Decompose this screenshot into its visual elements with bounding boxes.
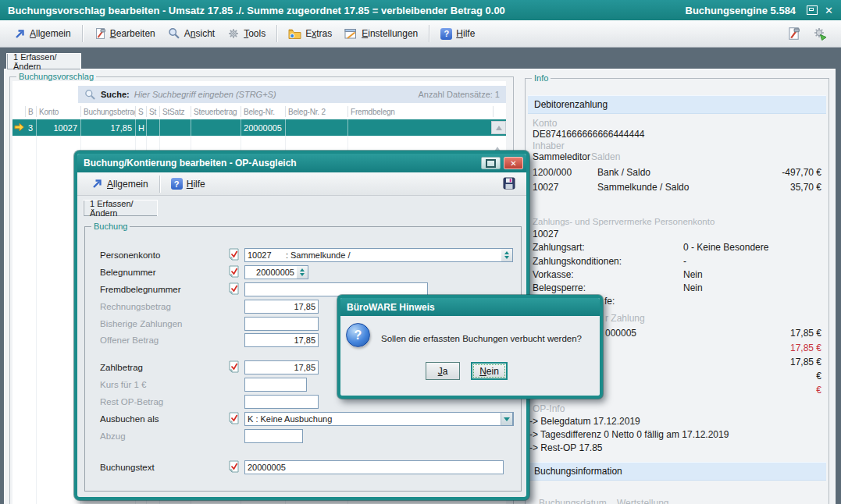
field-label: Zahlbetrag (100, 360, 143, 374)
occluded-text-fragment: fe: (604, 296, 615, 307)
group-label: Buchung (91, 222, 130, 232)
kv-key: Zahlungsart: (533, 242, 585, 253)
arrow-up-right-icon (14, 28, 26, 40)
abzug-input[interactable] (244, 429, 303, 443)
zahlung-label-fragment: r Zahlung (605, 313, 645, 324)
scroll-up-button[interactable] (491, 121, 506, 134)
toolbar-edit-document-button[interactable] (780, 24, 807, 43)
konto-label: Konto (533, 118, 557, 129)
save-button[interactable] (500, 176, 518, 193)
col-s[interactable]: S (136, 106, 147, 117)
dialog-toolbar: Allgemein ? Hilfe (77, 172, 526, 196)
buchungstext-input[interactable]: 20000005 (244, 460, 504, 474)
magnifier-icon (168, 27, 180, 40)
restore-icon[interactable] (807, 5, 818, 15)
search-placeholder[interactable]: Hier Suchbegriff eingeben (STRG+S) (134, 90, 276, 99)
gear-icon (227, 27, 240, 40)
field-checkbox-icon[interactable] (229, 412, 239, 424)
hammer-document-icon (786, 27, 800, 41)
dialog-restore-button[interactable] (481, 157, 501, 169)
field-label: Bisherige Zahlungen (100, 317, 183, 331)
vermerke-label: Zahlungs- und Sperrvermerke Personenkont… (533, 217, 714, 226)
gear-run-icon (813, 27, 827, 41)
saldo-name: Bank / Saldo (597, 167, 650, 178)
cell-konto: 10027 (37, 119, 81, 136)
cell-beleg-nr: 20000005 (241, 119, 286, 136)
msgbox-title: BüroWARE Hinweis (347, 302, 435, 313)
toolbar-run-process-button[interactable] (807, 24, 833, 43)
dropdown-button[interactable] (501, 412, 513, 426)
menu-separator (159, 176, 160, 193)
col-stsatz[interactable]: StSatz (160, 106, 191, 117)
col-steuerbetrag[interactable]: Steuerbetrag (191, 106, 241, 117)
col-beleg-nr[interactable]: Beleg-Nr. (241, 106, 286, 117)
table-header: B Konto Buchungsbetrag S St StSatz Steue… (12, 106, 494, 117)
close-icon[interactable]: ✕ (825, 5, 833, 16)
dialog-titlebar: Buchung/Kontierung bearbeiten - OP-Ausgl… (77, 154, 526, 172)
offener-betrag-input[interactable]: 17,85 (244, 333, 319, 347)
col-st[interactable]: St (147, 106, 160, 117)
footer-buchungsdatum-label: Buchungsdatum (539, 498, 607, 504)
window-title: Buchungsvorschlag bearbeiten - Umsatz 17… (8, 5, 505, 16)
salden-label: Salden (591, 151, 620, 162)
personenkonto-spinner[interactable] (501, 248, 513, 262)
menu-hilfe[interactable]: ? Hilfe (434, 26, 481, 42)
info-header-debitorenzahlung: Debitorenzahlung (528, 95, 826, 114)
zahlbetrag-input[interactable]: 17,85 (244, 360, 319, 374)
cell-b: 3 (26, 119, 37, 136)
dialog-menu-hilfe[interactable]: ? Hilfe (165, 176, 212, 192)
belegnummer-input[interactable]: 20000005 (244, 265, 298, 279)
ja-button[interactable]: Ja (426, 362, 460, 380)
menu-extras[interactable]: Extras (282, 26, 338, 42)
tab-erfassen-aendern[interactable]: 1 Erfassen/Ändern (6, 53, 81, 69)
menu-einstellungen[interactable]: Einstellungen (338, 26, 424, 42)
dialog-close-button[interactable]: ✕ (504, 157, 523, 169)
field-checkbox-icon[interactable] (229, 248, 239, 261)
bisherige-zahlungen-input[interactable] (244, 317, 319, 331)
amount-line: € (728, 371, 821, 382)
col-b[interactable]: B (26, 106, 37, 117)
cell-st (147, 119, 160, 136)
cell-beleg-nr-2 (286, 119, 348, 136)
op-info-line: -> Belegdatum 17.12.2019 (529, 416, 640, 427)
dialog-tab-erfassen-aendern[interactable]: 1 Erfassen/Ändern (83, 200, 158, 216)
restore-icon (486, 159, 496, 168)
field-label: Belegnummer (100, 265, 156, 279)
personenkonto-input[interactable]: 10027 : Sammelkunde / (244, 248, 502, 262)
field-checkbox-icon[interactable] (229, 265, 239, 278)
scroll-up-icon (496, 126, 502, 130)
amount-line: 17,85 € (728, 328, 821, 339)
menu-tools[interactable]: Tools (221, 25, 272, 42)
msgbox-bueroware-hinweis: BüroWARE Hinweis (337, 295, 603, 399)
nein-button[interactable]: Nein (471, 362, 508, 380)
cell-s: H (136, 119, 147, 136)
row-pointer-icon (14, 122, 24, 132)
menu-bearbeiten[interactable]: Bearbeiten (87, 25, 162, 42)
rest-op-betrag-input[interactable] (244, 395, 319, 409)
field-label: Abzug (100, 429, 126, 443)
scroll-up-button-2[interactable] (494, 137, 501, 147)
konto-iban-value: DE8741666666666444444 (533, 129, 644, 140)
msgbox-message: Sollen die erfassten Buchungen verbucht … (381, 334, 582, 343)
dialog-menu-allgemein[interactable]: Allgemein (85, 176, 155, 192)
rechnungsbetrag-input[interactable]: 17,85 (244, 300, 319, 314)
field-label: Rest OP-Betrag (100, 395, 163, 409)
belegnummer-spinner[interactable] (297, 265, 308, 279)
close-icon: ✕ (510, 159, 516, 168)
menu-allgemein[interactable]: Allgemein (8, 26, 77, 42)
kurs-input[interactable] (244, 378, 307, 392)
field-label: Kurs für 1 € (100, 378, 146, 392)
col-fremdbeleg[interactable]: Fremdbelegn (348, 106, 494, 117)
col-konto[interactable]: Konto (37, 106, 81, 117)
field-checkbox-icon[interactable] (229, 360, 239, 373)
table-row-selected[interactable]: 3 10027 17,85 H 20000005 (12, 119, 506, 136)
op-info-line: -> Rest-OP 17.85 (529, 442, 603, 453)
col-buchungsbetrag[interactable]: Buchungsbetrag (81, 106, 136, 117)
search-icon (84, 89, 96, 101)
search-bar[interactable]: Suche: Hier Suchbegriff eingeben (STRG+S… (78, 86, 506, 103)
ausbuchen-als-dropdown[interactable]: K : Keine Ausbuchung (244, 412, 514, 426)
field-checkbox-icon[interactable] (229, 282, 239, 295)
col-beleg-nr-2[interactable]: Beleg-Nr. 2 (286, 106, 348, 117)
field-checkbox-icon[interactable] (229, 460, 239, 473)
menu-ansicht[interactable]: Ansicht (162, 25, 221, 42)
